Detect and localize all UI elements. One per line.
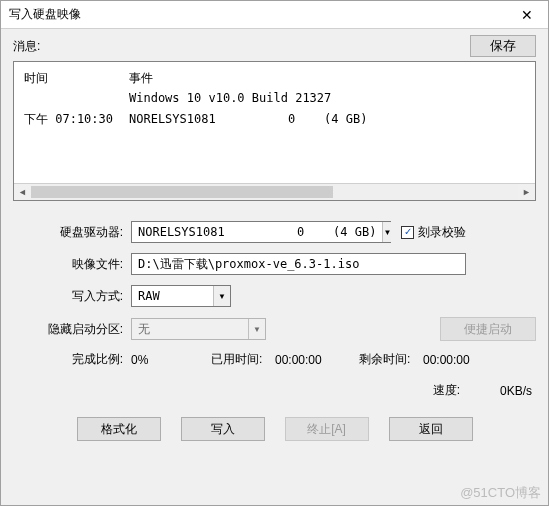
progress-label: 完成比例: [13, 351, 131, 368]
mode-row: 写入方式: RAW ▼ [13, 285, 536, 307]
content-area: 消息: 保存 时间 事件 Windows 10 v10.0 Build 2132… [1, 29, 548, 505]
remain-label: 剩余时间: [359, 351, 423, 368]
log-box: 时间 事件 Windows 10 v10.0 Build 21327 下午 07… [13, 61, 536, 201]
abort-button: 终止[A] [285, 417, 369, 441]
hidden-select: 无 ▼ [131, 318, 266, 340]
speed-label: 速度: [433, 382, 460, 399]
elapsed-value: 00:00:00 [275, 353, 359, 367]
image-label: 映像文件: [13, 256, 131, 273]
image-row: 映像文件: D:\迅雷下载\proxmox-ve_6.3-1.iso [13, 253, 536, 275]
stats-row: 完成比例: 0% 已用时间: 00:00:00 剩余时间: 00:00:00 [13, 351, 536, 368]
drive-label: 硬盘驱动器: [13, 224, 131, 241]
dialog-window: 写入硬盘映像 ✕ 消息: 保存 时间 事件 Windows 10 v10.0 B… [0, 0, 549, 506]
speed-value: 0KB/s [500, 384, 532, 398]
chevron-down-icon: ▼ [248, 319, 265, 339]
mode-select[interactable]: RAW ▼ [131, 285, 231, 307]
format-button[interactable]: 格式化 [77, 417, 161, 441]
watermark: @51CTO博客 [460, 484, 541, 502]
hidden-value: 无 [132, 321, 248, 338]
back-button[interactable]: 返回 [389, 417, 473, 441]
info-row: 消息: 保存 [13, 35, 536, 57]
bottom-button-bar: 格式化 写入 终止[A] 返回 [13, 417, 536, 441]
close-button[interactable]: ✕ [506, 1, 548, 28]
drive-value: NORELSYS1081 0 (4 GB) [132, 225, 382, 239]
elapsed-label: 已用时间: [211, 351, 275, 368]
form-area: 硬盘驱动器: NORELSYS1081 0 (4 GB) ▼ ✓ 刻录校验 映像… [13, 221, 536, 441]
log-time: 下午 07:10:30 [24, 109, 129, 129]
log-time [24, 88, 129, 108]
checkbox-checked-icon: ✓ [401, 226, 414, 239]
scroll-right-icon[interactable]: ► [518, 184, 535, 200]
window-title: 写入硬盘映像 [9, 6, 81, 23]
log-event: NORELSYS1081 0 (4 GB) [129, 109, 525, 129]
save-button[interactable]: 保存 [470, 35, 536, 57]
chevron-down-icon: ▼ [213, 286, 230, 306]
scroll-thumb[interactable] [31, 186, 333, 198]
chevron-down-icon: ▼ [382, 222, 391, 242]
scroll-track[interactable] [31, 184, 518, 200]
close-icon: ✕ [521, 7, 533, 23]
info-label: 消息: [13, 38, 40, 55]
image-path-field[interactable]: D:\迅雷下载\proxmox-ve_6.3-1.iso [131, 253, 466, 275]
drive-row: 硬盘驱动器: NORELSYS1081 0 (4 GB) ▼ ✓ 刻录校验 [13, 221, 536, 243]
log-col-time-header: 时间 [24, 68, 129, 88]
image-path-value: D:\迅雷下载\proxmox-ve_6.3-1.iso [138, 256, 359, 273]
log-row: 下午 07:10:30 NORELSYS1081 0 (4 GB) [24, 109, 525, 129]
hidden-label: 隐藏启动分区: [13, 321, 131, 338]
horizontal-scrollbar[interactable]: ◄ ► [14, 183, 535, 200]
write-button[interactable]: 写入 [181, 417, 265, 441]
verify-checkbox[interactable]: ✓ 刻录校验 [401, 224, 466, 241]
mode-label: 写入方式: [13, 288, 131, 305]
log-inner: 时间 事件 Windows 10 v10.0 Build 21327 下午 07… [14, 62, 535, 135]
log-header: 时间 事件 [24, 68, 525, 88]
progress-value: 0% [131, 353, 211, 367]
drive-select[interactable]: NORELSYS1081 0 (4 GB) ▼ [131, 221, 391, 243]
scroll-left-icon[interactable]: ◄ [14, 184, 31, 200]
remain-value: 00:00:00 [423, 353, 470, 367]
boot-button: 便捷启动 [440, 317, 536, 341]
titlebar: 写入硬盘映像 ✕ [1, 1, 548, 29]
log-col-event-header: 事件 [129, 68, 525, 88]
log-event: Windows 10 v10.0 Build 21327 [129, 88, 525, 108]
mode-value: RAW [132, 289, 213, 303]
speed-row: 速度: 0KB/s [13, 382, 536, 399]
hidden-row: 隐藏启动分区: 无 ▼ 便捷启动 [13, 317, 536, 341]
verify-label: 刻录校验 [418, 224, 466, 241]
log-row: Windows 10 v10.0 Build 21327 [24, 88, 525, 108]
